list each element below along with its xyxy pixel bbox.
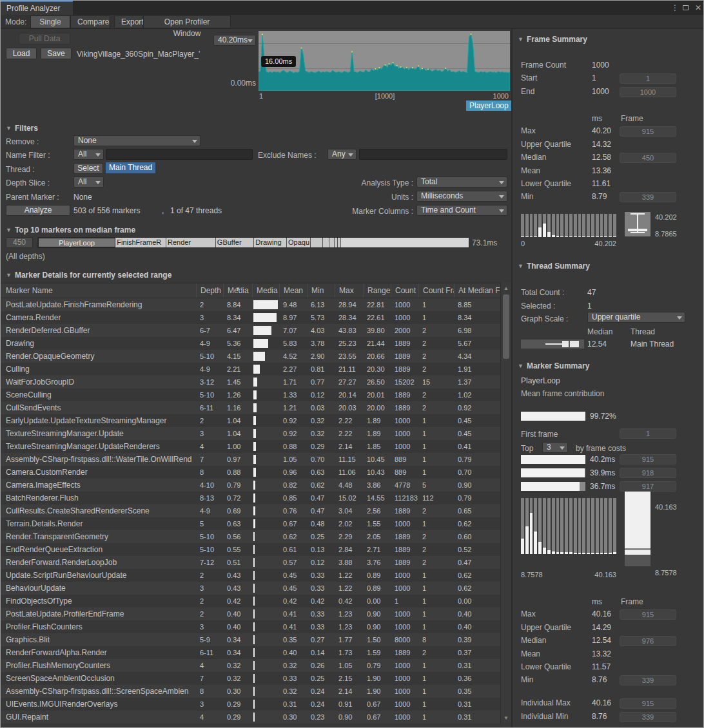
marker-table-header[interactable]: Marker NameDepthMedia▼MediaMeanMinMaxRan… — [1, 283, 500, 298]
top10-segment[interactable]: Render — [166, 238, 216, 247]
top10-segment[interactable] — [329, 238, 335, 247]
top10-segment[interactable] — [323, 238, 329, 247]
window-tab[interactable]: Profile Analyzer — [1, 1, 73, 15]
units-dropdown[interactable]: Milliseconds — [416, 191, 507, 202]
frame-jump-button[interactable]: 339 — [620, 712, 676, 722]
table-row[interactable]: BehaviourUpdate30.430.450.331.220.891000… — [1, 582, 500, 595]
top10-segment[interactable] — [341, 238, 469, 247]
thread-selection-chip[interactable]: Main Thread — [106, 162, 155, 173]
frame-jump-button[interactable]: 917 — [620, 481, 676, 492]
exclude-mode-dropdown[interactable]: Any — [328, 149, 357, 160]
top10-segment[interactable]: FinishFrameR — [115, 238, 166, 247]
open-profiler-window-button[interactable]: Open Profiler Window — [143, 15, 231, 28]
column-header[interactable]: At Median F — [454, 283, 500, 298]
table-row[interactable]: UIEvents.IMGUIRenderOverlays30.290.310.2… — [1, 698, 500, 711]
column-header[interactable]: Media▼ — [223, 283, 252, 298]
table-row[interactable]: RenderDeferred.GBuffer6-76.477.074.0343.… — [1, 324, 500, 337]
table-row[interactable]: GUI.Repaint40.290.300.230.900.67100010.3… — [1, 711, 500, 723]
table-row[interactable]: RenderForward.RenderLoopJob7-120.510.570… — [1, 556, 500, 569]
scrollbar-thumb[interactable] — [503, 294, 509, 359]
column-header[interactable]: Media — [252, 283, 279, 298]
top10-segment[interactable]: Opaqu — [287, 238, 311, 247]
filters-header[interactable]: ▼Filters — [6, 123, 38, 133]
column-header[interactable]: Count — [391, 283, 418, 298]
exclude-names-input[interactable] — [359, 149, 507, 160]
thread-summary-header[interactable]: ▼Thread Summary — [518, 262, 590, 271]
table-row[interactable]: WaitForJobGroupID3-121.451.710.7727.2726… — [1, 376, 500, 388]
table-row[interactable]: EndRenderQueueExtraction5-100.550.610.13… — [1, 543, 500, 556]
marker-summary-header[interactable]: ▼Marker Summary — [518, 361, 589, 370]
table-row[interactable]: Profiler.FlushCounters30.400.410.331.230… — [1, 620, 500, 633]
max-frametime-dropdown[interactable]: 40.20ms — [213, 35, 256, 46]
top10-header[interactable]: ▼Top 10 markers on median frame — [6, 225, 135, 235]
tab-compare[interactable]: Compare — [70, 15, 110, 28]
top10-segment[interactable]: GBuffer — [216, 238, 254, 247]
column-header[interactable]: Max — [335, 283, 363, 298]
table-row[interactable]: Assembly-CSharp-firstpass.dll!::WaterTil… — [1, 453, 500, 466]
column-header[interactable]: Marker Name — [1, 283, 196, 298]
scroll-down-icon[interactable]: ▼ — [501, 715, 511, 721]
scroll-up-icon[interactable]: ▲ — [501, 285, 511, 291]
top10-segment[interactable] — [311, 238, 322, 247]
remove-dropdown[interactable]: None — [73, 135, 200, 146]
frame-summary-boxplot[interactable] — [625, 212, 650, 236]
close-icon[interactable]: ✕ — [693, 3, 703, 13]
analysis-type-dropdown[interactable]: Total — [416, 177, 507, 187]
table-row[interactable]: Profiler.FlushMemoryCounters40.320.320.2… — [1, 659, 500, 672]
pull-data-button[interactable]: Pull Data — [19, 33, 70, 44]
frame-summary-header[interactable]: ▼Frame Summary — [518, 35, 587, 44]
frame-jump-button[interactable]: 1000 — [620, 87, 676, 97]
marker-columns-dropdown[interactable]: Time and Count — [416, 205, 507, 216]
table-row[interactable]: PostLateUpdate.FinishFrameRendering28.84… — [1, 298, 500, 311]
load-button[interactable]: Load — [6, 48, 37, 59]
frame-jump-button[interactable]: 450 — [620, 153, 676, 163]
name-filter-mode-dropdown[interactable]: All — [73, 149, 104, 160]
tab-single[interactable]: Single — [30, 15, 70, 28]
frame-jump-button[interactable]: 339 — [620, 192, 676, 202]
analyze-button[interactable]: Analyze — [6, 205, 70, 216]
top10-segment[interactable]: PlayerLoop — [38, 238, 115, 247]
first-frame-button[interactable]: 1 — [620, 428, 676, 439]
median-frame-button[interactable]: 450 — [6, 237, 33, 248]
export-button[interactable]: Export — [114, 15, 143, 28]
column-header[interactable]: Min — [307, 283, 335, 298]
table-row[interactable]: FindObjectsOfType20.420.420.420.420.0011… — [1, 595, 500, 608]
top-n-dropdown[interactable]: 3 — [542, 442, 568, 453]
marker-summary-boxplot[interactable] — [625, 492, 650, 566]
depth-slice-dropdown[interactable]: All — [73, 177, 104, 187]
table-row[interactable]: BatchRenderer.Flush8-130.720.850.4715.02… — [1, 492, 500, 504]
table-row[interactable]: TextureStreamingManager.UpdateRenderers4… — [1, 440, 500, 453]
table-row[interactable]: RenderForwardAlpha.Render6-110.340.400.1… — [1, 646, 500, 659]
table-row[interactable]: Camera.CustomRender80.880.960.6311.0610.… — [1, 466, 500, 479]
table-row[interactable]: SceneCulling5-101.261.330.1220.1420.0118… — [1, 388, 500, 401]
table-row[interactable]: Render.OpaqueGeometry5-104.154.522.9023.… — [1, 350, 500, 363]
column-header[interactable]: Count Fra — [418, 283, 454, 298]
marker-summary-histogram[interactable] — [521, 498, 616, 554]
table-row[interactable]: Camera.ImageEffects4-100.790.820.624.483… — [1, 479, 500, 492]
table-scrollbar[interactable]: ▲ ▼ — [500, 283, 511, 723]
table-row[interactable]: PostLateUpdate.ProfilerEndFrame20.400.41… — [1, 608, 500, 620]
frame-jump-button[interactable]: 339 — [620, 675, 676, 685]
table-row[interactable]: EarlyUpdate.UpdateTextureStreamingManage… — [1, 414, 500, 427]
save-button[interactable]: Save — [41, 48, 72, 59]
frame-jump-button[interactable]: 1 — [620, 73, 676, 84]
selected-marker-chip[interactable]: PlayerLoop — [466, 101, 512, 111]
frame-jump-button[interactable]: 915 — [620, 454, 676, 465]
name-filter-input[interactable] — [106, 149, 253, 160]
graph-scale-dropdown[interactable]: Upper quartile — [587, 312, 685, 323]
table-row[interactable]: Update.ScriptRunBehaviourUpdate20.430.45… — [1, 569, 500, 582]
thread-select-button[interactable]: Select — [73, 163, 103, 174]
frame-jump-button[interactable]: 915 — [620, 126, 676, 137]
frame-jump-button[interactable]: 976 — [620, 636, 676, 646]
top10-segment[interactable]: Drawing — [254, 238, 287, 247]
maximize-icon[interactable] — [683, 5, 689, 10]
table-row[interactable]: Assembly-CSharp-firstpass.dll!::ScreenSp… — [1, 685, 500, 698]
frame-jump-button[interactable]: 915 — [620, 609, 676, 620]
table-row[interactable]: Drawing4-95.365.833.7825.2321.44188925.6… — [1, 337, 500, 350]
column-header[interactable]: Depth — [196, 283, 223, 298]
marker-details-header[interactable]: ▼Marker Details for currently selected r… — [6, 270, 171, 280]
table-row[interactable]: CullSendEvents6-111.161.210.0320.0320.00… — [1, 401, 500, 414]
table-row[interactable]: Terrain.Details.Render50.630.670.482.021… — [1, 517, 500, 530]
kebab-menu-icon[interactable]: ⋮ — [670, 3, 680, 13]
column-header[interactable]: Mean — [279, 283, 307, 298]
